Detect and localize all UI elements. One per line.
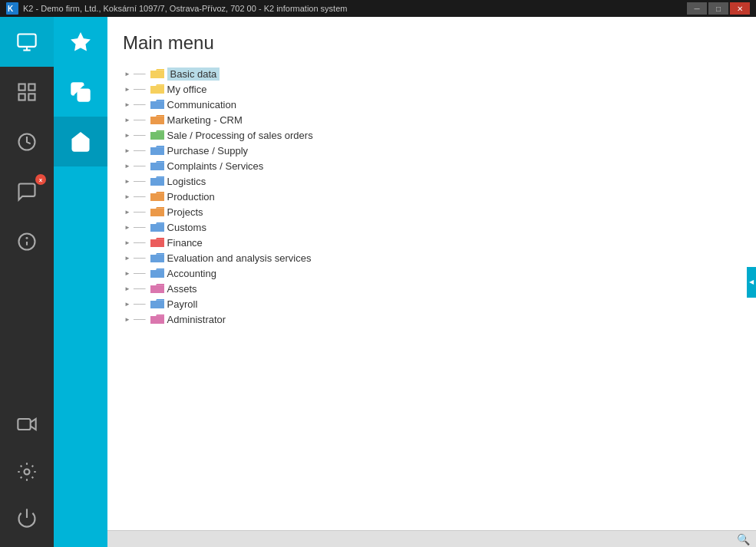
tree-line: ── xyxy=(134,176,146,186)
svg-point-14 xyxy=(25,470,30,475)
folder-icon xyxy=(150,252,164,263)
menu-item-communication[interactable]: ►── Communication xyxy=(123,97,741,112)
expand-arrow-icon: ► xyxy=(123,115,132,124)
folder-icon xyxy=(150,314,164,325)
svg-rect-13 xyxy=(18,419,30,430)
expand-arrow-icon: ► xyxy=(123,284,132,293)
folder-icon xyxy=(150,145,164,156)
folder-icon xyxy=(150,268,164,278)
menu-item-label: Customs xyxy=(167,222,206,233)
svg-rect-28 xyxy=(150,223,164,224)
message-badge: x xyxy=(39,176,42,183)
expand-arrow-icon: ► xyxy=(123,269,132,278)
svg-marker-16 xyxy=(71,33,89,50)
side-tab-favorites[interactable] xyxy=(54,17,107,67)
tree-line: ── xyxy=(134,238,146,247)
sidebar: x xyxy=(0,17,54,547)
sidebar-item-grid[interactable] xyxy=(0,67,54,117)
menu-item-my-office[interactable]: ►── My office xyxy=(123,81,741,97)
menu-item-projects[interactable]: ►── Projects xyxy=(123,204,741,219)
menu-item-customs[interactable]: ►── Customs xyxy=(123,219,741,235)
expand-arrow-icon: ► xyxy=(123,69,132,78)
menu-item-finance[interactable]: ►── Finance xyxy=(123,235,741,250)
tree-line: ── xyxy=(134,284,146,293)
page-title: Main menu xyxy=(123,32,741,54)
expand-arrow-icon: ► xyxy=(123,299,132,308)
menu-item-label: Purchase / Supply xyxy=(167,145,249,157)
svg-rect-29 xyxy=(150,239,164,239)
expand-arrow-icon: ► xyxy=(123,222,132,232)
menu-item-label: Payroll xyxy=(167,298,198,310)
menu-item-label: Sale / Processing of sales orders xyxy=(167,130,313,141)
expand-arrow-icon: ► xyxy=(123,315,132,324)
svg-rect-25 xyxy=(150,177,164,178)
svg-text:K: K xyxy=(8,5,14,13)
tree-line: ── xyxy=(134,222,146,232)
folder-icon xyxy=(150,222,164,232)
menu-item-assets[interactable]: ►── Assets xyxy=(123,281,741,296)
menu-item-complaints[interactable]: ►── Complaints / Services xyxy=(123,158,741,173)
minimize-button[interactable]: ─ xyxy=(687,2,707,15)
side-tabs xyxy=(54,17,107,547)
expand-arrow-icon: ► xyxy=(123,192,132,201)
sidebar-item-settings[interactable] xyxy=(0,449,54,495)
menu-item-accounting[interactable]: ►── Accounting xyxy=(123,265,741,281)
tree-line: ── xyxy=(134,207,146,216)
tree-line: ── xyxy=(134,115,146,124)
menu-item-sale[interactable]: ►── Sale / Processing of sales orders xyxy=(123,127,741,143)
expand-arrow-icon: ► xyxy=(123,176,132,186)
search-icon[interactable]: 🔍 xyxy=(737,533,750,545)
svg-rect-27 xyxy=(150,208,164,209)
svg-rect-32 xyxy=(150,285,164,285)
title-bar: K K2 - Demo firm, Ltd., Koksární 1097/7,… xyxy=(0,0,756,17)
collapse-arrow[interactable]: ◀ xyxy=(747,267,756,298)
menu-item-evaluation[interactable]: ►── Evaluation and analysis services xyxy=(123,250,741,265)
close-button[interactable]: ✕ xyxy=(730,2,750,15)
menu-item-label: Administrator xyxy=(167,314,226,325)
sidebar-bottom xyxy=(0,449,54,547)
folder-icon xyxy=(150,160,164,171)
sidebar-item-messages[interactable]: x xyxy=(0,166,54,216)
svg-rect-8 xyxy=(28,94,35,100)
svg-rect-17 xyxy=(78,89,90,101)
window-title: K2 - Demo firm, Ltd., Koksární 1097/7, O… xyxy=(23,4,347,13)
svg-rect-30 xyxy=(150,254,164,255)
menu-item-label: Projects xyxy=(167,206,203,218)
sidebar-item-info[interactable] xyxy=(0,216,54,266)
folder-icon xyxy=(150,114,164,125)
menu-item-purchase[interactable]: ►── Purchase / Supply xyxy=(123,143,741,158)
menu-item-logistics[interactable]: ►── Logistics xyxy=(123,173,741,189)
tree-line: ── xyxy=(134,84,146,94)
folder-icon xyxy=(150,206,164,217)
menu-item-production[interactable]: ►── Production xyxy=(123,189,741,204)
folder-icon xyxy=(150,99,164,110)
sidebar-item-power[interactable] xyxy=(0,495,54,541)
menu-item-payroll[interactable]: ►── Payroll xyxy=(123,296,741,311)
side-tab-home[interactable] xyxy=(54,117,107,166)
svg-rect-23 xyxy=(150,147,164,147)
app-icon: K xyxy=(6,2,18,15)
menu-item-basic-data[interactable]: ►── Basic data xyxy=(123,66,741,81)
main-content: Main menu ►── Basic data►── My office►──… xyxy=(107,17,756,547)
window-controls: ─ □ ✕ xyxy=(687,2,750,15)
sidebar-item-monitor[interactable] xyxy=(0,17,54,67)
sidebar-item-video[interactable] xyxy=(0,399,54,449)
title-bar-left: K K2 - Demo firm, Ltd., Koksární 1097/7,… xyxy=(6,2,347,15)
menu-item-administrator[interactable]: ►── Administrator xyxy=(123,311,741,327)
sidebar-item-clock[interactable] xyxy=(0,117,54,166)
maximize-button[interactable]: □ xyxy=(708,2,728,15)
expand-arrow-icon: ► xyxy=(123,161,132,170)
content-area: Main menu ►── Basic data►── My office►──… xyxy=(107,17,756,530)
menu-item-label: My office xyxy=(167,84,207,95)
menu-item-marketing-crm[interactable]: ►── Marketing - CRM xyxy=(123,112,741,127)
svg-rect-6 xyxy=(28,84,35,90)
menu-item-label: Production xyxy=(167,191,215,203)
svg-rect-18 xyxy=(150,70,164,71)
folder-icon xyxy=(150,237,164,248)
folder-icon xyxy=(150,130,164,140)
svg-rect-24 xyxy=(150,162,164,163)
side-tab-copy[interactable] xyxy=(54,67,107,117)
folder-icon xyxy=(150,298,164,309)
svg-rect-2 xyxy=(18,34,35,46)
svg-rect-22 xyxy=(150,131,164,132)
